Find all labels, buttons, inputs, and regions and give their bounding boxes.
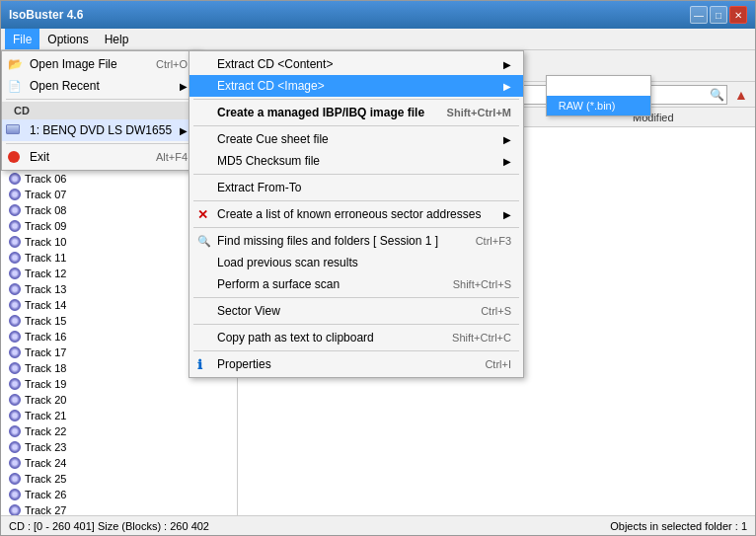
menu-extract-from-to[interactable]: Extract From-To xyxy=(189,177,523,198)
error-icon: ✕ xyxy=(197,207,208,222)
menu-separator xyxy=(193,324,519,325)
list-item[interactable]: Track 22 xyxy=(1,423,237,439)
list-item[interactable]: Track 20 xyxy=(1,392,237,408)
track-label: Track 24 xyxy=(25,457,66,469)
arrow-icon: ▶ xyxy=(180,125,188,136)
track-label: Track 20 xyxy=(25,394,66,406)
track-label: Track 11 xyxy=(25,252,66,264)
menu-md5[interactable]: MD5 Checksum file ▶ xyxy=(189,150,523,172)
cd-disc-icon xyxy=(9,268,21,279)
arrow-icon: ▶ xyxy=(503,209,511,220)
menu-find-missing[interactable]: 🔍 Find missing files and folders [ Sessi… xyxy=(189,230,523,252)
track-label: Track 16 xyxy=(25,331,66,343)
menu-create-ibp[interactable]: Create a managed IBP/IBQ image file Shif… xyxy=(189,102,523,123)
menu-load-previous[interactable]: Load previous scan results xyxy=(189,252,523,273)
minimize-button[interactable]: — xyxy=(690,6,708,24)
track-label: Track 12 xyxy=(25,268,66,279)
search-icon: 🔍 xyxy=(197,235,211,248)
cd-disc-icon xyxy=(9,252,21,264)
menu-exit[interactable]: Exit Alt+F4 xyxy=(2,146,199,168)
menu-separator xyxy=(193,200,519,201)
main-window: IsoBuster 4.6 — □ ✕ File Options Help 📂 … xyxy=(0,0,756,536)
menu-separator xyxy=(6,143,195,144)
menu-open-recent[interactable]: 📄 Open Recent ▶ xyxy=(2,75,199,97)
status-bar: CD : [0 - 260 401] Size (Blocks) : 260 4… xyxy=(1,515,755,535)
menu-drive[interactable]: 1: BENQ DVD LS DW1655 ▶ xyxy=(2,119,199,141)
menu-separator xyxy=(6,99,195,100)
arrow-icon: ▶ xyxy=(503,59,511,70)
cd-disc-icon xyxy=(9,362,21,374)
list-item[interactable]: Track 19 xyxy=(1,376,237,392)
menu-separator xyxy=(193,99,519,100)
menu-options[interactable]: Options xyxy=(39,29,96,49)
menu-create-cue[interactable]: Create Cue sheet file ▶ xyxy=(189,128,523,150)
list-item[interactable]: Track 27 xyxy=(1,502,237,515)
cd-disc-icon xyxy=(9,378,21,390)
cd-section-header: CD xyxy=(2,102,199,119)
track-label: Track 26 xyxy=(25,489,66,500)
window-title: IsoBuster 4.6 xyxy=(9,8,83,22)
list-item[interactable]: Track 21 xyxy=(1,408,237,423)
arrow-icon: ▶ xyxy=(180,81,188,92)
menu-sector-view[interactable]: Sector View Ctrl+S xyxy=(189,300,523,322)
menu-separator xyxy=(193,174,519,175)
cd-disc-icon xyxy=(9,204,21,216)
menu-help[interactable]: Help xyxy=(97,29,137,49)
list-item[interactable]: Track 24 xyxy=(1,455,237,471)
file-menu-dropdown: 📂 Open Image File Ctrl+O 📄 Open Recent ▶… xyxy=(1,50,200,171)
title-controls: — □ ✕ xyxy=(690,6,747,24)
extract-image-submenu: User Data (*.iso) RAW (*.bin) xyxy=(546,75,651,116)
track-label: Track 23 xyxy=(25,441,66,453)
menu-bar: File Options Help xyxy=(1,29,755,50)
track-label: Track 13 xyxy=(25,283,66,295)
list-item[interactable]: Track 23 xyxy=(1,439,237,455)
cd-disc-icon xyxy=(9,394,21,406)
list-item[interactable]: Track 26 xyxy=(1,487,237,502)
cd-disc-icon xyxy=(9,283,21,295)
track-label: Track 08 xyxy=(25,204,66,216)
menu-extract-content[interactable]: Extract CD <Content> ▶ xyxy=(189,53,523,75)
track-label: Track 06 xyxy=(25,173,66,185)
cd-context-menu: Extract CD <Content> ▶ Extract CD <Image… xyxy=(189,50,524,378)
cd-disc-icon xyxy=(9,220,21,232)
track-label: Track 21 xyxy=(25,410,66,421)
title-bar: IsoBuster 4.6 — □ ✕ xyxy=(1,1,755,29)
submenu-user-data[interactable]: User Data (*.iso) xyxy=(547,76,650,96)
arrow-icon: ▶ xyxy=(503,81,511,92)
cd-disc-icon xyxy=(9,346,21,358)
track-label: Track 18 xyxy=(25,362,66,374)
cd-disc-icon xyxy=(9,441,21,453)
menu-file[interactable]: File xyxy=(5,29,39,49)
track-label: Track 14 xyxy=(25,299,66,311)
menu-properties[interactable]: ℹ Properties Ctrl+I xyxy=(189,353,523,375)
cd-disc-icon xyxy=(9,189,21,200)
menu-open-image[interactable]: 📂 Open Image File Ctrl+O xyxy=(2,53,199,75)
cd-disc-icon xyxy=(9,331,21,343)
track-label: Track 25 xyxy=(25,473,66,485)
cd-disc-icon xyxy=(9,315,21,327)
cd-disc-icon xyxy=(9,489,21,500)
track-label: Track 10 xyxy=(25,236,66,248)
track-label: Track 17 xyxy=(25,346,66,358)
cd-disc-icon xyxy=(9,173,21,185)
maximize-button[interactable]: □ xyxy=(710,6,727,24)
cd-disc-icon xyxy=(9,299,21,311)
menu-separator xyxy=(193,227,519,228)
cd-disc-icon xyxy=(9,410,21,421)
menu-surface-scan[interactable]: Perform a surface scan Shift+Ctrl+S xyxy=(189,273,523,295)
submenu-raw-bin[interactable]: RAW (*.bin) xyxy=(547,96,650,115)
cd-disc-icon xyxy=(9,457,21,469)
status-right: Objects in selected folder : 1 xyxy=(610,520,747,532)
track-label: Track 27 xyxy=(25,504,66,515)
menu-separator xyxy=(193,297,519,298)
list-item[interactable]: Track 25 xyxy=(1,471,237,487)
menu-separator xyxy=(193,125,519,126)
track-label: Track 19 xyxy=(25,378,66,390)
menu-separator xyxy=(193,350,519,351)
cd-disc-icon xyxy=(9,473,21,485)
menu-create-erroneous[interactable]: ✕ Create a list of known erroneous secto… xyxy=(189,203,523,225)
info-icon: ℹ xyxy=(197,357,202,372)
menu-copy-path[interactable]: Copy path as text to clipboard Shift+Ctr… xyxy=(189,327,523,348)
menu-extract-image[interactable]: Extract CD <Image> ▶ User Data (*.iso) R… xyxy=(189,75,523,97)
close-button[interactable]: ✕ xyxy=(729,6,747,24)
